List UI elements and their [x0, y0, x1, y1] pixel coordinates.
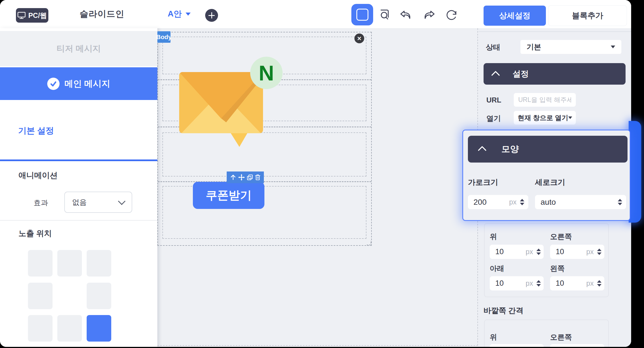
sidebar-item-basic-settings[interactable]: 기본 설정: [0, 101, 157, 160]
padding-bottom-input[interactable]: 10 px: [490, 276, 544, 290]
move-up-icon[interactable]: [230, 174, 236, 180]
device-mode-badge[interactable]: PC/웹: [16, 8, 48, 23]
basic-settings-label: 기본 설정: [18, 125, 54, 137]
new-badge: N: [250, 57, 283, 89]
padding-right-input[interactable]: 10 px: [550, 245, 604, 259]
tab-detail-label: 상세설정: [499, 10, 531, 21]
unit-label: px: [586, 279, 594, 287]
padding-right-label: 오른쪽: [550, 232, 572, 242]
margin-right-input[interactable]: [550, 344, 604, 347]
width-value: 200: [473, 198, 509, 207]
undo-icon: [399, 8, 412, 22]
block-separator: [158, 181, 371, 182]
url-label: URL: [486, 96, 501, 104]
stepper-icon[interactable]: [520, 199, 524, 205]
state-value: 기본: [527, 42, 541, 52]
stepper-icon[interactable]: [618, 199, 622, 205]
shape-section-card: 모양 가로크기 세로크기 200 px auto: [463, 130, 630, 220]
chevron-down-icon: [611, 46, 615, 48]
refresh-icon: [445, 8, 458, 22]
add-variant-button[interactable]: [205, 9, 218, 22]
settings-section-header[interactable]: 설정: [484, 63, 626, 85]
check-circle-icon: [47, 78, 60, 90]
padding-top-input[interactable]: 10 px: [490, 245, 544, 259]
basic-settings-underline: [0, 159, 157, 161]
tab-variant-a[interactable]: A안: [168, 0, 191, 28]
position-cell-middle-left[interactable]: [28, 283, 53, 309]
close-glyph: ✕: [357, 35, 362, 42]
stepper-icon[interactable]: [597, 280, 602, 287]
position-cell-top-right[interactable]: [87, 250, 111, 277]
position-section-label: 노출 위치: [18, 228, 52, 239]
sidebar-item-main-message[interactable]: 메인 메시지: [0, 67, 157, 100]
padding-left-input[interactable]: 10 px: [550, 276, 604, 290]
padding-top-value: 10: [495, 247, 526, 256]
position-cell-middle-right[interactable]: [87, 283, 111, 309]
position-cell-bottom-center[interactable]: [57, 315, 82, 342]
tab-add-block[interactable]: 블록추가: [548, 6, 627, 26]
page-title: 슬라이드인: [67, 0, 137, 28]
margin-top-input[interactable]: [490, 344, 544, 347]
effect-dropdown[interactable]: 없음: [64, 192, 132, 213]
settings-header-label: 설정: [513, 68, 529, 80]
outer-spacing-card: [484, 320, 609, 347]
left-sidebar: 티저 메시지 메인 메시지 기본 설정 애니메이션 효과 없음: [0, 28, 157, 347]
refresh-button[interactable]: [445, 8, 458, 22]
move-icon[interactable]: [238, 174, 245, 181]
chevron-up-icon: [478, 146, 486, 154]
trash-icon[interactable]: [255, 174, 261, 180]
height-input[interactable]: auto: [535, 195, 626, 209]
open-mode-value: 현재 창으로 열기: [518, 113, 568, 122]
preview-zoom-button[interactable]: [378, 8, 391, 22]
padding-bottom-label: 아래: [490, 264, 504, 273]
main-message-label: 메인 메시지: [65, 78, 110, 90]
coupon-button[interactable]: 쿠폰받기: [193, 182, 264, 209]
redo-icon: [423, 8, 436, 22]
padding-top-label: 위: [490, 232, 497, 242]
sidebar-item-teaser-message[interactable]: 티저 메시지: [0, 31, 157, 66]
tab-add-block-label: 블록추가: [572, 10, 603, 21]
position-cell-top-center[interactable]: [57, 250, 82, 277]
state-dropdown[interactable]: 기본: [520, 40, 621, 54]
tab-detail-settings[interactable]: 상세설정: [484, 6, 546, 26]
select-tool-button[interactable]: [351, 4, 373, 25]
envelope-image[interactable]: [179, 71, 263, 147]
margin-section-label: 바깥쪽 간격: [484, 306, 524, 316]
workspace-bottom-boundary: [157, 345, 478, 346]
position-cell-top-left[interactable]: [28, 250, 53, 277]
unit-label: px: [526, 279, 533, 287]
duplicate-icon[interactable]: [247, 174, 253, 180]
shape-header-label: 모양: [501, 143, 519, 155]
height-label: 세로크기: [535, 177, 565, 187]
stepper-icon[interactable]: [536, 280, 541, 287]
envelope-flap: [179, 72, 263, 118]
block-mini-toolbar: [227, 171, 264, 183]
position-cell-bottom-left[interactable]: [28, 315, 53, 342]
position-cell-bottom-right-selected[interactable]: [87, 315, 111, 342]
unit-label: px: [586, 248, 594, 256]
close-icon[interactable]: ✕: [354, 34, 364, 43]
shape-section-header[interactable]: 모양: [468, 136, 628, 163]
padding-left-value: 10: [556, 279, 586, 288]
device-mode-label: PC/웹: [28, 11, 47, 20]
variant-tab-label: A안: [168, 8, 182, 20]
teaser-label: 티저 메시지: [56, 43, 101, 54]
url-input[interactable]: [514, 93, 576, 107]
undo-button[interactable]: [399, 8, 412, 22]
divider: [0, 220, 157, 221]
width-input[interactable]: 200 px: [468, 195, 528, 209]
resize-handle[interactable]: [367, 241, 371, 245]
redo-button[interactable]: [423, 8, 436, 22]
stepper-icon[interactable]: [597, 249, 602, 255]
margin-right-label: 오른쪽: [550, 332, 572, 342]
monitor-icon: [17, 12, 26, 19]
open-mode-dropdown[interactable]: 현재 창으로 열기: [514, 111, 576, 125]
chevron-up-icon: [491, 71, 500, 79]
padding-left-label: 왼쪽: [550, 264, 565, 273]
divider: [479, 31, 631, 32]
screenshot-stage: PC/웹 슬라이드인 A안: [0, 0, 644, 348]
coupon-button-label: 쿠폰받기: [206, 188, 252, 203]
open-label: 열기: [486, 114, 501, 123]
stepper-icon[interactable]: [536, 249, 541, 255]
document-search-icon: [378, 8, 391, 22]
